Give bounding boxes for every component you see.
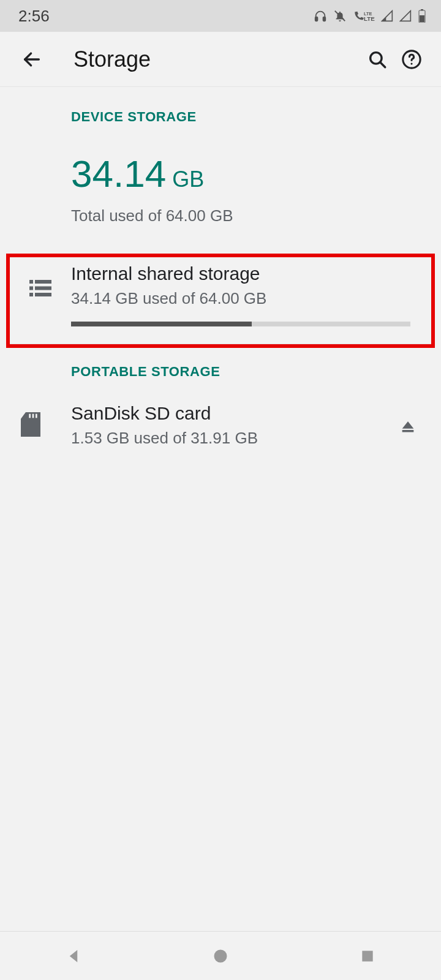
highlight-frame: Internal shared storage 34.14 GB used of… [6,254,435,348]
storage-summary: 34.14 GB Total used of 64.00 GB [0,125,441,225]
status-bar: 2:56 LTELTE [0,0,441,32]
sdcard-item[interactable]: SanDisk SD card 1.53 GB used of 31.91 GB [0,380,441,448]
storage-total-line: Total used of 64.00 GB [71,206,441,225]
svg-rect-13 [29,280,33,284]
svg-rect-19 [29,413,31,418]
svg-line-10 [380,62,385,67]
storage-used-value: 34.14 [71,152,166,195]
search-button[interactable] [360,42,394,77]
storage-used: 34.14 GB [71,152,441,195]
status-icons: LTELTE [314,9,426,23]
svg-text:LTE: LTE [364,15,375,22]
svg-point-23 [214,949,227,962]
signal-1-icon [381,10,393,22]
svg-rect-22 [402,430,414,432]
storage-icon [29,279,51,301]
portable-storage-label: PORTABLE STORAGE [0,348,441,380]
nav-back-button[interactable] [37,938,110,974]
nav-recent-button[interactable] [331,938,404,974]
storage-used-unit: GB [172,167,204,192]
navigation-bar [0,931,441,980]
divider [10,344,431,344]
status-time: 2:56 [18,7,50,26]
svg-rect-14 [35,280,51,284]
svg-rect-1 [323,17,326,21]
svg-rect-17 [29,293,33,296]
svg-rect-20 [32,413,34,418]
internal-storage-sub: 34.14 GB used of 64.00 GB [71,289,410,308]
signal-2-icon [399,10,412,22]
internal-storage-progress-fill [71,322,252,326]
headphones-icon [314,9,327,23]
internal-storage-item[interactable]: Internal shared storage 34.14 GB used of… [10,257,431,344]
svg-rect-24 [362,951,372,961]
page-title: Storage [74,47,360,72]
svg-rect-6 [421,9,423,10]
svg-rect-15 [29,287,33,290]
sd-card-icon [21,412,40,439]
content: DEVICE STORAGE 34.14 GB Total used of 64… [0,87,441,448]
eject-button[interactable] [391,409,425,443]
svg-rect-0 [315,17,318,21]
svg-rect-18 [35,293,51,296]
internal-storage-progress [71,322,410,326]
notifications-off-icon [333,9,347,23]
svg-rect-21 [36,413,37,418]
svg-rect-7 [420,15,424,22]
app-bar: Storage [0,32,441,87]
back-button[interactable] [15,42,49,77]
internal-storage-title: Internal shared storage [71,263,410,284]
sdcard-title: SanDisk SD card [71,403,391,424]
nav-home-button[interactable] [184,938,257,974]
svg-point-12 [410,62,412,64]
battery-icon [418,9,426,23]
sdcard-sub: 1.53 GB used of 31.91 GB [71,429,391,448]
help-button[interactable] [394,42,429,77]
wifi-calling-icon: LTELTE [353,10,375,22]
svg-rect-16 [35,287,51,290]
device-storage-label: DEVICE STORAGE [0,87,441,125]
